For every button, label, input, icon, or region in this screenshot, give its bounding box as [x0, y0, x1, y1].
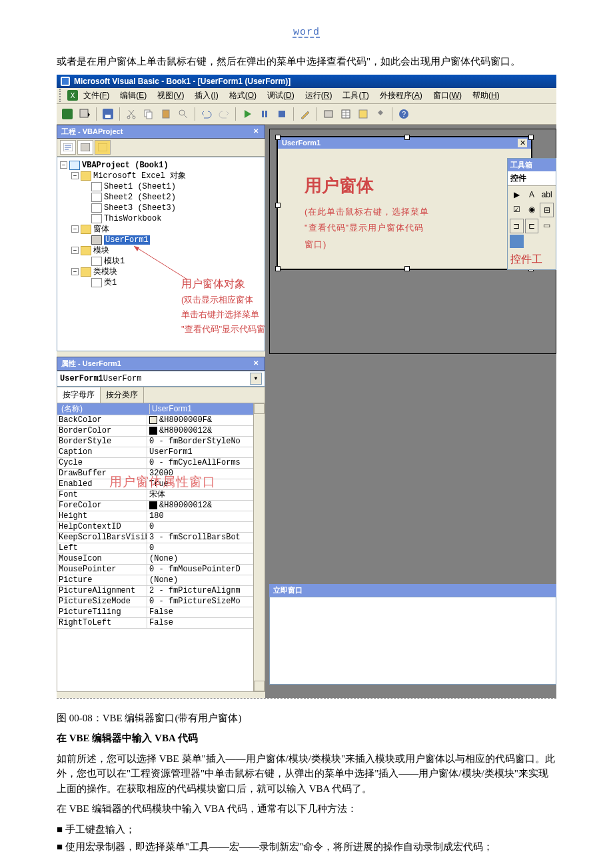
tool-props[interactable]: [338, 106, 354, 122]
menu-tools[interactable]: 工具(T): [337, 88, 374, 103]
tool-reset[interactable]: [274, 106, 290, 122]
tool-redo[interactable]: [216, 106, 232, 122]
tool-insert-dd[interactable]: [77, 106, 93, 122]
userform-icon: [91, 235, 102, 245]
svg-rect-4: [62, 109, 73, 119]
figure-caption: 图 00-08：VBE 编辑器窗口(带有用户窗体): [57, 711, 556, 726]
tool-checkbox[interactable]: ☑: [510, 203, 524, 216]
toolbox-annotation: 控件工: [508, 250, 556, 269]
svg-rect-19: [359, 110, 367, 118]
menu-edit[interactable]: 编辑(E): [115, 88, 152, 103]
svg-rect-17: [324, 111, 332, 117]
tool-break[interactable]: [257, 106, 273, 122]
tool-find[interactable]: [175, 106, 191, 122]
project-toolbar: [57, 139, 265, 157]
view-object-btn[interactable]: [77, 140, 93, 155]
tool-excel[interactable]: [59, 106, 75, 122]
view-code-btn[interactable]: [60, 140, 76, 155]
svg-rect-12: [163, 110, 169, 118]
userform-caption: UserForm1: [282, 139, 320, 147]
section-heading: 在 VBE 编辑器中输入 VBA 代码: [57, 731, 556, 746]
close-icon[interactable]: ✕: [251, 127, 261, 135]
project-icon: [69, 161, 80, 170]
toggle-folders-btn[interactable]: [95, 140, 111, 155]
app-icon: [61, 77, 70, 86]
menu-view[interactable]: 视图(V): [152, 88, 189, 103]
properties-pane-title: 属性 - UserForm1 ✕: [57, 357, 265, 371]
dropdown-icon[interactable]: ▼: [250, 373, 262, 385]
project-tree[interactable]: −VBAProject (Book1) −Microsoft Excel 对象 …: [57, 157, 265, 351]
menu-debug[interactable]: 调试(D): [262, 88, 300, 103]
tool-undo[interactable]: [199, 106, 215, 122]
tool-option[interactable]: ◉: [525, 203, 539, 216]
menu-run[interactable]: 运行(R): [300, 88, 338, 103]
svg-rect-1: [62, 78, 69, 85]
close-icon[interactable]: ✕: [251, 359, 261, 367]
prop-object-selector[interactable]: UserForm1 UserForm ▼: [57, 371, 265, 387]
menu-window[interactable]: 窗口(W): [428, 88, 467, 103]
svg-rect-14: [262, 111, 264, 117]
tool-paste[interactable]: [158, 106, 174, 122]
tool-browser[interactable]: [355, 106, 371, 122]
menu-insert[interactable]: 插入(I): [189, 88, 223, 103]
tool-project[interactable]: [320, 106, 336, 122]
workbook-icon: [91, 214, 102, 223]
tab-categorized[interactable]: 按分类序: [101, 387, 144, 403]
body-para-1: 如前所述，您可以选择 VBE 菜单"插入——用户窗体/模块/类模块"来插入模块或…: [57, 751, 556, 797]
menu-format[interactable]: 格式(O): [224, 88, 262, 103]
menu-file[interactable]: 文件(F): [78, 88, 115, 103]
window-titlebar: Microsoft Visual Basic - Book1 - [UserFo…: [57, 75, 556, 88]
tree-annotation: 用户窗体对象 (双击显示相应窗体 单击右键并选择菜单 "查看代码"显示代码窗口 …: [181, 275, 265, 337]
tool-scrollbar[interactable]: ▭: [540, 219, 554, 232]
tool-label[interactable]: A: [525, 188, 539, 201]
tool-toggle[interactable]: ⊟: [540, 203, 554, 217]
tool-image[interactable]: [510, 235, 524, 248]
svg-rect-16: [279, 111, 285, 117]
tool-run[interactable]: [239, 106, 255, 122]
tool-tabstrip[interactable]: ⊐: [510, 219, 524, 233]
tab-alphabetic[interactable]: 按字母序: [57, 387, 101, 403]
sheet-icon: [91, 193, 102, 202]
menubar: X 文件(F) 编辑(E) 视图(V) 插入(I) 格式(O) 调试(D) 运行…: [57, 88, 556, 104]
class-icon: [91, 278, 102, 287]
menu-help[interactable]: 帮助(H): [467, 88, 505, 103]
immediate-window[interactable]: 立即窗口: [269, 584, 556, 685]
tool-multipage[interactable]: ⊏: [525, 219, 539, 233]
svg-rect-24: [98, 143, 107, 151]
toolbox-panel[interactable]: 工具箱 控件 ▶ A abl ☑ ◉ ⊟ ⊐ ⊏ ▭ 控件工: [507, 158, 556, 270]
toolbar: ?: [57, 104, 556, 125]
folder-icon: [81, 267, 91, 277]
tool-help[interactable]: ?: [396, 106, 412, 122]
bullet-item: ■ 使用宏录制器，即选择菜单"工具——宏——录制新宏"命令，将所进展的操作自动录…: [57, 839, 556, 855]
intro-paragraph: 或者是在用户窗体上单击鼠标右键，然后在弹出的菜单中选择查看代码"，如此会出现用户…: [57, 54, 556, 69]
svg-rect-5: [80, 109, 88, 117]
tool-design[interactable]: [297, 106, 313, 122]
tool-textbox[interactable]: abl: [540, 188, 554, 201]
menu-addins[interactable]: 外接程序(A): [374, 88, 428, 103]
properties-grid[interactable]: (名称)UserForm1 BackColor&H8000000F&Border…: [57, 403, 265, 692]
window-title: Microsoft Visual Basic - Book1 - [UserFo…: [74, 77, 291, 86]
tool-save[interactable]: [100, 106, 116, 122]
tool-toolbox[interactable]: [372, 106, 388, 122]
bullet-item: ■ 手工键盘输入；: [57, 822, 556, 837]
tool-copy[interactable]: [141, 106, 157, 122]
svg-point-13: [179, 110, 185, 115]
svg-rect-15: [265, 111, 267, 117]
project-pane-title: 工程 - VBAProject ✕: [57, 125, 265, 139]
close-icon[interactable]: ✕: [518, 139, 527, 147]
svg-rect-23: [81, 143, 90, 151]
tool-pointer[interactable]: ▶: [510, 188, 524, 201]
userform-canvas[interactable]: UserForm1 ✕ 用户窗体 (在此单击鼠标右键，选择菜单 "查看代码"显示…: [277, 136, 532, 270]
module-icon: [91, 257, 102, 266]
sheet-icon: [91, 182, 102, 191]
scrollbar[interactable]: [253, 403, 265, 691]
tool-cut[interactable]: [123, 106, 139, 122]
svg-text:?: ?: [402, 110, 406, 118]
svg-rect-11: [147, 112, 152, 119]
vbe-screenshot: Microsoft Visual Basic - Book1 - [UserFo…: [57, 75, 556, 699]
folder-icon: [81, 171, 91, 181]
folder-icon: [81, 225, 91, 234]
body-para-2: 在 VBE 编辑器的代码模块中输入 VBA 代码，通常有以下几种方法：: [57, 801, 556, 817]
folder-icon: [81, 246, 91, 255]
sheet-icon: [91, 203, 102, 213]
